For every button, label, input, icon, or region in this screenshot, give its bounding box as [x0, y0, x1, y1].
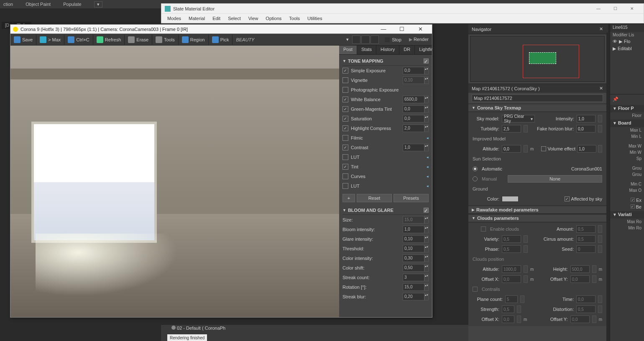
- spinner[interactable]: 5: [505, 295, 518, 303]
- color-swatch[interactable]: [502, 196, 519, 202]
- minimize-button[interactable]: —: [374, 26, 393, 32]
- spinner[interactable]: 0: [576, 245, 595, 253]
- checkbox[interactable]: [342, 183, 348, 189]
- expand-icon[interactable]: ◂: [427, 155, 429, 159]
- checkbox[interactable]: [342, 164, 348, 170]
- spinner[interactable]: 0,0: [576, 125, 595, 132]
- bloom-enable-checkbox[interactable]: ✓: [424, 208, 429, 213]
- rollout-header[interactable]: ▼ Variati: [610, 211, 644, 219]
- zoom-out-icon[interactable]: [361, 36, 370, 44]
- none-button[interactable]: None: [508, 175, 602, 183]
- pass-dropdown[interactable]: BEAUTY: [233, 37, 345, 42]
- spinner[interactable]: 2,5: [502, 125, 521, 132]
- eye-icon[interactable]: 👁: [613, 39, 617, 44]
- rollout-header[interactable]: ▼ Board: [610, 120, 644, 127]
- map-title[interactable]: Map #2140617572 ( CoronaSky )✕: [468, 84, 606, 93]
- checkbox[interactable]: [342, 87, 348, 93]
- pick-button[interactable]: Pick: [209, 35, 233, 45]
- maximize-button[interactable]: ☐: [607, 6, 624, 11]
- spinner[interactable]: 1,0: [577, 145, 596, 153]
- modifier-list[interactable]: Modifier Lis: [610, 32, 644, 38]
- checkbox[interactable]: [342, 125, 348, 131]
- menu-view[interactable]: View: [248, 16, 258, 21]
- menu-modes[interactable]: Modes: [167, 16, 181, 21]
- spinner[interactable]: 0,5: [502, 235, 521, 243]
- dropdown-icon[interactable]: ▾: [94, 1, 102, 8]
- rollout-header[interactable]: ▼ Floor P: [610, 105, 644, 112]
- menu-options[interactable]: Options: [266, 16, 281, 21]
- spinner[interactable]: 0,0: [403, 105, 424, 113]
- material-name[interactable]: 02 - Default ( CoronaPh: [177, 326, 225, 331]
- spinner[interactable]: 0,5: [576, 235, 595, 243]
- spinner[interactable]: 500,0: [570, 265, 590, 273]
- object-name[interactable]: Line615: [610, 24, 644, 32]
- checkbox[interactable]: [342, 97, 348, 102]
- spinner[interactable]: 0,0: [502, 145, 521, 153]
- spinner[interactable]: 0,0: [502, 275, 521, 283]
- expand-icon[interactable]: ◂: [427, 174, 429, 178]
- reset-button[interactable]: Reset: [357, 194, 392, 202]
- rollout-header[interactable]: ▼Clouds parameters: [468, 214, 606, 222]
- spinner[interactable]: 15,0: [403, 216, 424, 224]
- tone-mapping-header[interactable]: ▼TONE MAPPING✓: [342, 56, 429, 66]
- zoom-in-icon[interactable]: [352, 36, 360, 44]
- presets-button[interactable]: Presets: [394, 194, 429, 202]
- spinner[interactable]: 0,0: [403, 115, 424, 122]
- spinner[interactable]: 3: [403, 274, 424, 281]
- tone-enable-checkbox[interactable]: ✓: [424, 59, 429, 64]
- navigator-header[interactable]: Navigator✕: [468, 24, 606, 34]
- spinner[interactable]: 0,20: [403, 293, 424, 300]
- rollout-header[interactable]: ▼Corona Sky Texmap: [468, 104, 606, 112]
- menu-edit[interactable]: Edit: [212, 16, 220, 21]
- expand-icon[interactable]: ◂: [427, 184, 429, 188]
- menu-item[interactable]: Populate: [63, 2, 81, 7]
- menu-material[interactable]: Material: [189, 16, 205, 21]
- tab-lightmix[interactable]: LightMix: [415, 46, 432, 54]
- max-button[interactable]: > Max: [36, 35, 64, 45]
- spinner[interactable]: 0,30: [403, 254, 424, 262]
- checkbox[interactable]: [342, 68, 348, 74]
- checkbox[interactable]: [481, 226, 486, 232]
- spinner[interactable]: 1,0: [577, 115, 595, 122]
- zoom-fit-icon[interactable]: [371, 36, 379, 44]
- ctrlc-button[interactable]: Ctrl+C: [64, 35, 93, 45]
- maximize-button[interactable]: ☐: [393, 26, 411, 32]
- menu-utilities[interactable]: Utilities: [307, 16, 322, 21]
- refresh-button[interactable]: Refresh: [93, 35, 125, 45]
- map-name-input[interactable]: [472, 94, 603, 102]
- close-button[interactable]: ✕: [624, 6, 640, 11]
- spinner[interactable]: 0,0: [570, 275, 590, 283]
- menu-select[interactable]: Select: [228, 16, 241, 21]
- spinner[interactable]: 0,10: [403, 245, 424, 252]
- spinner[interactable]: 0,0: [576, 295, 595, 303]
- checkbox[interactable]: [342, 173, 348, 179]
- region-button[interactable]: Region: [179, 35, 209, 45]
- minimize-button[interactable]: —: [590, 6, 607, 11]
- spinner[interactable]: 0,5: [576, 225, 595, 233]
- spinner[interactable]: 1,0: [403, 226, 424, 233]
- menu-tools[interactable]: Tools: [289, 16, 300, 21]
- render-viewport[interactable]: [10, 46, 339, 317]
- spinner[interactable]: 0,5: [502, 245, 521, 253]
- spinner[interactable]: 0,0: [502, 316, 514, 323]
- pin-icon[interactable]: 📌: [613, 97, 618, 102]
- tab-history[interactable]: History: [376, 46, 399, 54]
- skymodel-dropdown[interactable]: PRG Clear Sky: [502, 115, 535, 122]
- spinner[interactable]: 0,0: [570, 316, 590, 323]
- rollout-header[interactable]: ▶Rawafake model parameters: [468, 206, 606, 214]
- tab-stats[interactable]: Stats: [357, 46, 376, 54]
- spinner[interactable]: 6500,0: [403, 96, 424, 103]
- erase-button[interactable]: Erase: [125, 35, 152, 45]
- spinner[interactable]: 0,50: [403, 264, 424, 272]
- tab-dr[interactable]: DR: [399, 46, 415, 54]
- checkbox[interactable]: [342, 154, 348, 160]
- save-button[interactable]: Save: [10, 35, 36, 45]
- radio-automatic[interactable]: [473, 166, 478, 171]
- bloom-header[interactable]: ▼BLOOM AND GLARE✓: [342, 206, 429, 215]
- render-button[interactable]: ▶ Render: [406, 37, 432, 42]
- checkbox[interactable]: [342, 77, 348, 83]
- navigator-view[interactable]: [470, 36, 605, 82]
- checkbox[interactable]: [541, 146, 546, 151]
- spinner[interactable]: 1000,0: [502, 265, 521, 273]
- spinner[interactable]: 0,10: [403, 235, 424, 243]
